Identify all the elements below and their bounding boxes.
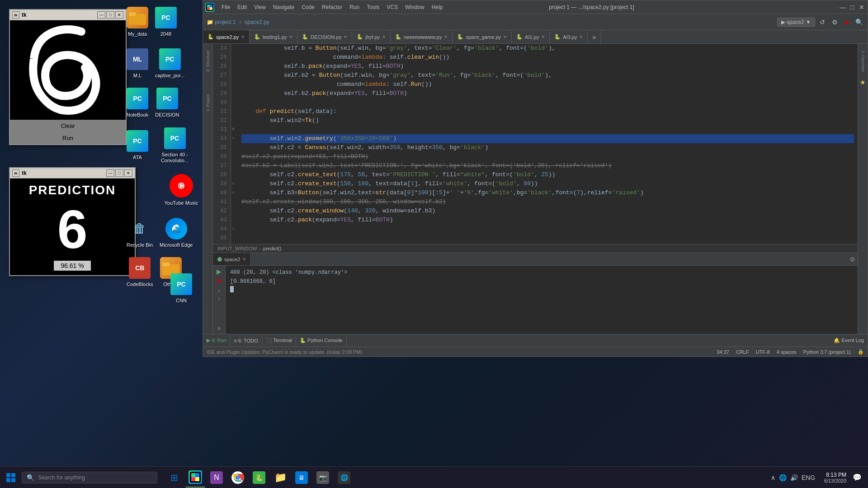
tab-jhyf[interactable]: 🐍 jhyf.py ✕ — [352, 30, 391, 43]
fold-icon-32[interactable]: ○ — [232, 134, 235, 143]
tab-space2-close[interactable]: ✕ — [241, 34, 245, 39]
menu-window[interactable]: Window — [401, 2, 428, 12]
tk-pred-minimize[interactable]: — — [106, 169, 114, 177]
search-bar[interactable]: 🔍 Search for anything — [22, 472, 157, 483]
menu-run[interactable]: Run — [346, 2, 363, 12]
desktop: tk tk — □ ✕ Clear Run tk tk — — [0, 0, 868, 488]
favorites-star-icon[interactable]: ★ — [860, 79, 866, 86]
bottom-tab-python-console[interactable]: 🐍 Python Console — [296, 334, 347, 347]
desktop-icon-notebook[interactable]: PC NoteBook — [124, 85, 151, 120]
taskbar-icon-anaconda[interactable]: 🐍 — [249, 468, 269, 488]
notification-button[interactable]: 💬 — [851, 467, 863, 488]
pycharm-maximize[interactable]: □ — [849, 4, 856, 11]
menu-tools[interactable]: Tools — [363, 2, 383, 12]
tab-overflow[interactable]: » — [588, 30, 601, 43]
desktop-icon-section40[interactable]: PC Section 40 - Convolutio... — [153, 125, 197, 166]
run-chevron-icon[interactable]: » — [217, 324, 221, 332]
desktop-icon-recycle[interactable]: 🗑 Recycle Bin — [124, 216, 155, 250]
fold-icon-43[interactable]: ○ — [232, 225, 235, 234]
fold-icon-31[interactable]: ▽ — [232, 125, 235, 134]
tab-spacegame-close[interactable]: ✕ — [503, 34, 507, 39]
start-button[interactable] — [0, 467, 22, 488]
menu-file[interactable]: File — [218, 2, 234, 12]
tab-testing1-close[interactable]: ✕ — [289, 34, 292, 39]
desktop-icon-captive[interactable]: PC captive_por... — [153, 46, 187, 81]
taskbar-icon-explorer[interactable]: 📁 — [270, 468, 290, 488]
tray-up-arrow[interactable]: ∧ — [771, 474, 775, 481]
structure-panel-label[interactable]: Z: Structure — [206, 51, 210, 72]
tab-decision-close[interactable]: ✕ — [344, 34, 347, 39]
taskbar-icon-chrome[interactable] — [228, 468, 248, 488]
toolbar-search[interactable]: 🔍 — [854, 17, 864, 27]
tray-network-icon[interactable]: 🌐 — [779, 474, 787, 481]
tab-space2[interactable]: 🐍 space2.py ✕ — [203, 30, 250, 43]
desktop-icon-edge[interactable]: 🌊 Microsoft Edge — [157, 216, 195, 250]
clear-button[interactable]: Clear — [10, 120, 126, 132]
run-down-icon[interactable]: ↓ — [217, 286, 221, 293]
tk-draw-maximize[interactable]: □ — [106, 11, 114, 19]
desktop-icon-ytmusic[interactable]: YouTube Music — [161, 172, 202, 208]
status-crlf: CRLF — [736, 349, 749, 355]
tab-spacegame-label: space_game.py — [466, 34, 501, 40]
run-tab-close[interactable]: ✕ — [242, 257, 246, 262]
tab-testing1[interactable]: 🐍 testing1.py ✕ — [250, 30, 297, 43]
tab-ai3[interactable]: 🐍 AI3.py ✕ — [550, 30, 588, 43]
run-settings-icon[interactable]: ⚙ — [849, 256, 855, 263]
event-log-label[interactable]: 🔔 Event Log — [834, 338, 864, 343]
draw-canvas[interactable] — [10, 20, 126, 120]
taskbar-icon-taskview[interactable]: ⊞ — [164, 468, 184, 488]
pycharm-toolbar: 📁 project 1 › space2.py ▶ space2 ▼ ↺ ⚙ ■… — [203, 14, 868, 30]
tab-neeeewwwww-close[interactable]: ✕ — [444, 34, 448, 39]
desktop-icon-mydata[interactable]: My_data — [124, 5, 151, 39]
tab-ai3-close[interactable]: ✕ — [579, 34, 583, 39]
desktop-icon-2048[interactable]: PC 2048 — [153, 5, 179, 39]
tab-decision[interactable]: 🐍 DECISION.py ✕ — [297, 30, 352, 43]
pycharm-close[interactable]: ✕ — [858, 4, 865, 11]
menu-navigate[interactable]: Navigate — [269, 2, 298, 12]
desktop-icon-ata[interactable]: PC ATA — [124, 125, 151, 166]
taskbar-icon-app2[interactable]: 🌐 — [334, 468, 354, 488]
menu-code[interactable]: Code — [298, 2, 318, 12]
run-stop-icon[interactable]: ■ — [217, 277, 221, 284]
desktop-icon-codeblocks[interactable]: CB CodeBlocks — [124, 255, 156, 290]
tab-ai1[interactable]: 🐍 AI1.py ✕ — [512, 30, 550, 43]
menu-help[interactable]: Help — [428, 2, 447, 12]
tab-spacegame[interactable]: 🐍 space_game.py ✕ — [453, 30, 512, 43]
bottom-tab-todo[interactable]: ≡ 6: TODO — [230, 334, 262, 347]
menu-view[interactable]: View — [250, 2, 269, 12]
favorites-panel-label[interactable]: 2: Favorites — [861, 51, 865, 72]
desktop-icon-cnn[interactable]: PC CNN — [161, 271, 202, 306]
tray-volume-icon[interactable]: 🔊 — [790, 474, 798, 481]
fold-icon-36[interactable]: ○ — [232, 179, 235, 188]
fold-icon-37[interactable]: ○ — [232, 188, 235, 197]
tab-ai1-close[interactable]: ✕ — [541, 34, 545, 39]
menu-edit[interactable]: Edit — [234, 2, 250, 12]
event-log-area[interactable]: 🔔 Event Log — [830, 338, 868, 343]
taskbar-icon-onenote[interactable]: N — [207, 468, 226, 488]
system-clock[interactable]: 8:13 PM 6/13/2020 — [822, 472, 849, 483]
run-up-icon[interactable]: ↑ — [217, 295, 221, 302]
run-button[interactable]: Run — [10, 132, 126, 144]
run-tab-space2[interactable]: space2 ✕ — [213, 253, 251, 265]
toolbar-settings[interactable]: ⚙ — [830, 17, 840, 27]
menu-refactor[interactable]: Refactor — [318, 2, 346, 12]
taskbar-icon-remote[interactable]: 🖥 — [292, 468, 311, 488]
bottom-tab-terminal[interactable]: ⬛ Terminal — [262, 334, 296, 347]
toolbar-refresh[interactable]: ↺ — [817, 17, 827, 27]
taskbar-icon-pycharm[interactable] — [185, 468, 205, 488]
menu-vcs[interactable]: VCS — [383, 2, 401, 12]
project-panel-label[interactable]: 1: Project — [206, 94, 210, 112]
bottom-tab-run[interactable]: ▶ 4: Run — [203, 334, 230, 347]
desktop-icon-ml[interactable]: ML M.L — [124, 46, 151, 81]
taskbar-icon-app1[interactable]: 📷 — [313, 468, 333, 488]
tab-neeeewwwww[interactable]: 🐍 neeeewwwww.py ✕ — [391, 30, 453, 43]
tray-lang[interactable]: ENG — [802, 474, 815, 481]
tk-draw-minimize[interactable]: — — [97, 11, 105, 19]
desktop-icon-decision[interactable]: PC DECISION — [153, 85, 181, 120]
tab-jhyf-close[interactable]: ✕ — [382, 34, 386, 39]
config-select[interactable]: ▶ space2 ▼ — [777, 18, 815, 27]
run-play-icon[interactable]: ▶ — [217, 268, 222, 275]
toolbar-stop[interactable]: ■ — [842, 17, 852, 27]
code-content[interactable]: ▽ ○ ○ ○ ○ self.b = Button(self.win, bg='… — [231, 44, 858, 244]
pycharm-minimize[interactable]: — — [839, 4, 846, 11]
